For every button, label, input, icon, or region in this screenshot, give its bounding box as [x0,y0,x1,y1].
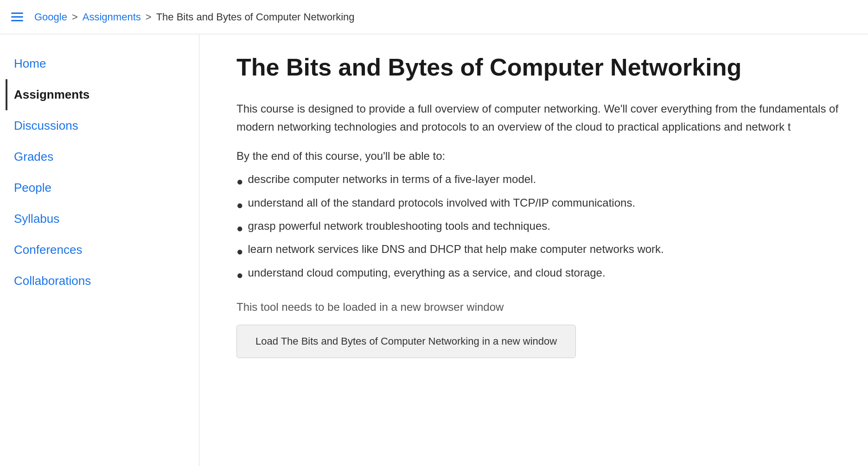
breadcrumb-root-link[interactable]: Google [34,11,67,23]
bullet-icon: ● [236,243,243,260]
tool-notice: This tool needs to be loaded in a new br… [236,301,840,314]
bullet-icon: ● [236,173,243,190]
course-title: The Bits and Bytes of Computer Networkin… [236,53,840,82]
objective-item: ●grasp powerful network troubleshooting … [236,217,840,240]
bullet-icon: ● [236,266,243,284]
sidebar-item-discussions[interactable]: Discussions [14,110,199,141]
sidebar-item-people[interactable]: People [14,172,199,203]
breadcrumb-section-link[interactable]: Assignments [83,11,141,23]
breadcrumb-separator-2: > [146,11,152,23]
sidebar-nav: HomeAssignmentsDiscussionsGradesPeopleSy… [14,48,199,296]
objective-item: ●understand cloud computing, everything … [236,264,840,287]
objective-text: describe computer networks in terms of a… [248,173,536,186]
sidebar: HomeAssignmentsDiscussionsGradesPeopleSy… [0,34,199,466]
main-layout: HomeAssignmentsDiscussionsGradesPeopleSy… [0,34,868,466]
objective-text: learn network services like DNS and DHCP… [248,243,664,256]
objectives-list: ●describe computer networks in terms of … [236,170,840,287]
course-description: This course is designed to provide a ful… [236,100,840,136]
objective-item: ●learn network services like DNS and DHC… [236,240,840,263]
sidebar-item-conferences[interactable]: Conferences [14,234,199,265]
bullet-icon: ● [236,220,243,237]
sidebar-item-syllabus[interactable]: Syllabus [14,203,199,234]
sidebar-item-home[interactable]: Home [14,48,199,79]
breadcrumb-current-page: The Bits and Bytes of Computer Networkin… [156,11,355,23]
objective-item: ●understand all of the standard protocol… [236,194,840,217]
objective-text: understand all of the standard protocols… [248,196,636,209]
sidebar-item-grades[interactable]: Grades [14,141,199,172]
content-area: The Bits and Bytes of Computer Networkin… [199,34,868,466]
objective-item: ●describe computer networks in terms of … [236,170,840,193]
objectives-intro: By the end of this course, you'll be abl… [236,150,840,163]
breadcrumb: Google > Assignments > The Bits and Byte… [34,11,355,23]
hamburger-menu-button[interactable] [11,13,23,21]
objective-text: understand cloud computing, everything a… [248,266,606,279]
sidebar-item-assignments[interactable]: Assignments [6,79,199,110]
sidebar-item-collaborations[interactable]: Collaborations [14,265,199,296]
objective-text: grasp powerful network troubleshooting t… [248,220,550,233]
load-tool-button[interactable]: Load The Bits and Bytes of Computer Netw… [236,325,576,358]
bullet-icon: ● [236,196,243,214]
breadcrumb-separator-1: > [72,11,78,23]
top-nav: Google > Assignments > The Bits and Byte… [0,0,868,34]
